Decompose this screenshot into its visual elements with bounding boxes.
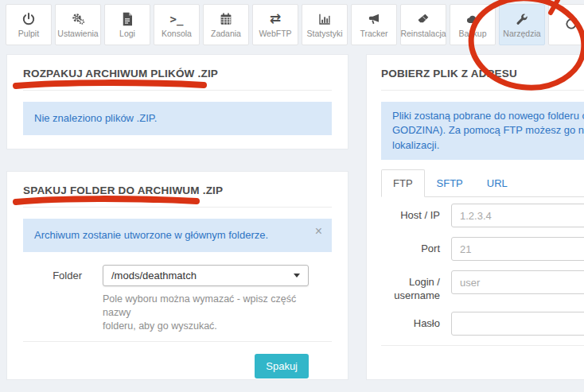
toolbar-item-label: Backup [458,29,486,38]
tab-ftp[interactable]: FTP [381,169,425,197]
zip-folder-panel: SPAKUJ FOLDER DO ARCHIWUM .ZIP Archiwum … [6,171,348,380]
toolbar-item-narzedzia[interactable]: Narzędzia [499,4,545,45]
divider [23,341,332,342]
divider [381,345,584,346]
folder-select-value: /mods/deathmatch [111,270,197,281]
divider [23,207,332,208]
host-label: Host / IP [381,204,440,227]
tab-url[interactable]: URL [475,169,520,197]
protocol-tabs: FTP SFTP URL [381,169,584,197]
tools-page: { "toolbar": { "items": [ {"label": "Pul… [0,0,584,392]
toolbar-item-label: Logi [119,29,135,38]
info-alert: Nie znaleziono plików .ZIP. [23,102,332,135]
password-form-row: Hasło [381,312,584,336]
power-icon [21,11,36,26]
toolbar-item-label: Narzędzia [503,29,540,38]
login-label: Login / username [381,270,440,302]
download-file-panel: POBIERZ PLIK Z ADRESU Pliki zostaną pobr… [366,54,584,380]
host-input[interactable] [451,204,584,227]
toolbar-item-label: Reinstalacja [400,29,446,38]
password-label: Hasło [381,312,440,336]
toolbar-item-label: Pulpit [18,29,39,38]
toolbar-item-zadania[interactable]: Zadania [203,4,249,45]
host-form-row: Host / IP [381,204,584,227]
toolbar-item-clipped[interactable] [548,4,584,45]
toolbar-item-logi[interactable]: Logi [104,4,150,45]
toolbar-item-backup[interactable]: Backup [450,4,496,45]
port-label: Port [381,237,440,261]
toolbar-item-label: Konsola [162,29,192,38]
top-toolbar: Pulpit Ustawienia Logi >_ Konsola Zadani… [6,4,584,45]
alert-text: Archiwum zostanie utworzone w głównym fo… [34,229,268,241]
divider [23,90,332,91]
toolbar-item-konsola[interactable]: >_ Konsola [154,4,200,45]
toolbar-item-label: WebFTP [259,29,291,38]
gears-icon [71,11,86,26]
folder-label: Folder [23,265,82,333]
bar-chart-icon [317,11,332,26]
panel-title: SPAKUJ FOLDER DO ARCHIWUM .ZIP [23,184,332,196]
toolbar-item-webftp[interactable]: ⇄ WebFTP [252,4,298,45]
toolbar-item-ustawienia[interactable]: Ustawienia [55,4,101,45]
info-alert: Pliki zostaną pobrane do nowego folderu … [381,102,584,160]
folder-form-row: Folder /mods/deathmatch Pole wyboru możn… [23,265,332,333]
transfer-arrows-icon: ⇄ [270,11,281,26]
folder-help-text: Pole wyboru można wymazać - wpisz część … [103,293,309,333]
port-input[interactable] [451,237,584,261]
terminal-icon: >_ [170,11,184,26]
toolbar-item-label: Tracker [360,29,387,38]
unzip-archive-panel: ROZPAKUJ ARCHIWUM PLIKÓW .ZIP Nie znalez… [6,54,348,149]
toolbar-item-tracker[interactable]: Tracker [351,4,397,45]
info-alert: Archiwum zostanie utworzone w głównym fo… [23,219,332,252]
ftp-form: Host / IP Port Login / username Hasło [381,204,584,336]
port-form-row: Port [381,237,584,261]
login-form-row: Login / username [381,270,584,302]
toolbar-item-label: Statystyki [307,29,343,38]
close-icon[interactable]: × [315,225,322,238]
chevron-down-icon [294,274,300,278]
toolbar-item-statystyki[interactable]: Statystyki [302,4,348,45]
wrench-icon [515,11,529,26]
panel-title: POBIERZ PLIK Z ADRESU [381,68,584,80]
eraser-icon [416,11,430,26]
toolbar-item-reinstalacja[interactable]: Reinstalacja [400,4,446,45]
divider [381,90,584,91]
megaphone-icon [367,11,381,26]
toolbar-item-label: Zadania [211,29,241,38]
zip-submit-button[interactable]: Spakuj [255,354,309,378]
tab-sftp[interactable]: SFTP [425,169,475,197]
calendar-icon [219,11,233,26]
document-icon [121,11,134,26]
cloud-icon [465,11,480,26]
toolbar-item-label: Ustawienia [57,29,98,38]
folder-select[interactable]: /mods/deathmatch [103,265,309,286]
password-input[interactable] [451,312,584,336]
panel-title: ROZPAKUJ ARCHIWUM PLIKÓW .ZIP [23,68,332,80]
login-input[interactable] [451,270,584,294]
toolbar-item-pulpit[interactable]: Pulpit [6,4,52,45]
refresh-icon [564,16,578,31]
